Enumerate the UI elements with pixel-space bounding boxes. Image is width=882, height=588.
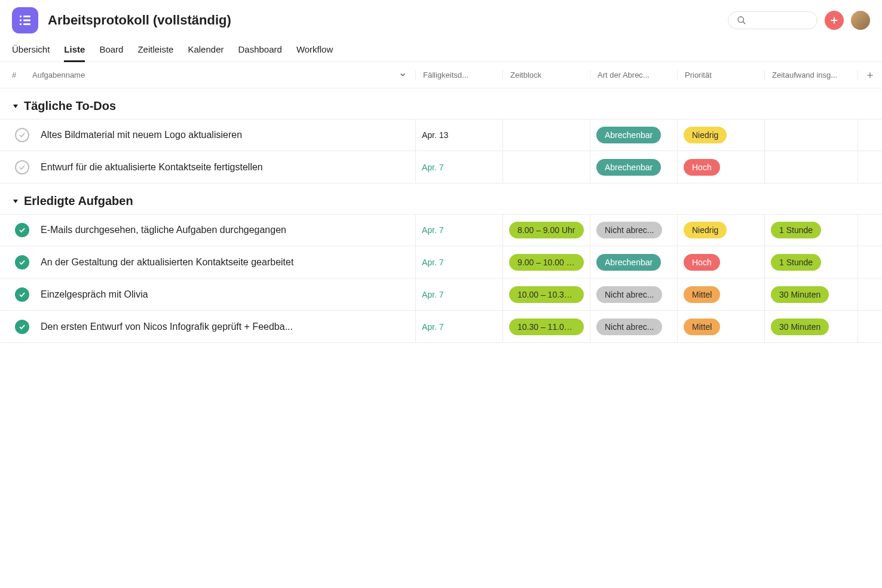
column-name[interactable]: Aufgabenname xyxy=(24,71,416,79)
time-spent-pill: 1 Stunde xyxy=(771,222,821,238)
task-block-cell[interactable]: 10.00 – 10.30 Uhr xyxy=(503,278,590,310)
task-type-cell[interactable]: Nicht abrec... xyxy=(590,215,678,246)
column-block[interactable]: Zeitblock xyxy=(503,71,590,79)
task-name[interactable]: Entwurf für die aktualisierte Kontaktsei… xyxy=(32,151,416,183)
column-due[interactable]: Fälligkeitsd... xyxy=(416,71,503,79)
task-due-cell[interactable]: Apr. 7 xyxy=(416,278,503,310)
timeblock-pill: 10.00 – 10.30 Uhr xyxy=(509,286,584,303)
task-time-cell[interactable] xyxy=(765,151,858,183)
task-row[interactable]: Altes Bildmaterial mit neuem Logo aktual… xyxy=(0,119,882,151)
svg-rect-1 xyxy=(23,16,30,17)
section-title: Tägliche To-Dos xyxy=(24,99,116,113)
task-complete-button[interactable] xyxy=(0,320,32,334)
time-spent-pill: 30 Minuten xyxy=(771,318,829,335)
project-title[interactable]: Arbeitsprotokoll (vollständig) xyxy=(48,13,718,28)
tab-calendar[interactable]: Kalender xyxy=(188,41,223,62)
project-list-icon xyxy=(12,7,38,33)
task-due-cell[interactable]: Apr. 7 xyxy=(416,311,503,342)
column-time[interactable]: Zeitaufwand insg... xyxy=(765,71,858,79)
tab-workflow[interactable]: Workflow xyxy=(296,41,333,62)
add-column-button[interactable] xyxy=(858,71,882,79)
check-icon xyxy=(18,163,26,172)
billing-type-pill: Nicht abrec... xyxy=(596,222,662,238)
task-priority-cell[interactable]: Hoch xyxy=(678,151,765,183)
task-type-cell[interactable]: Nicht abrec... xyxy=(590,311,678,342)
task-due-cell[interactable]: Apr. 7 xyxy=(416,215,503,246)
add-button[interactable] xyxy=(825,11,844,30)
tab-timeline[interactable]: Zeitleiste xyxy=(137,41,173,62)
task-name[interactable]: E-Mails durchgesehen, tägliche Aufgaben … xyxy=(32,215,416,246)
column-priority[interactable]: Priorität xyxy=(678,71,765,79)
svg-marker-12 xyxy=(13,105,18,108)
check-icon xyxy=(18,226,26,234)
task-due-cell[interactable]: Apr. 7 xyxy=(416,246,503,278)
task-type-cell[interactable]: Abrechenbar xyxy=(590,246,678,278)
timeblock-pill: 9.00 – 10.00 Uhr xyxy=(509,254,584,271)
svg-marker-13 xyxy=(13,200,18,203)
svg-rect-0 xyxy=(20,16,22,17)
task-complete-button[interactable] xyxy=(0,128,32,142)
avatar[interactable] xyxy=(851,11,870,30)
tab-overview[interactable]: Übersicht xyxy=(12,41,50,62)
billing-type-pill: Abrechenbar xyxy=(596,254,661,271)
task-time-cell[interactable]: 30 Minuten xyxy=(765,278,858,310)
task-name[interactable]: Den ersten Entwurf von Nicos Infografik … xyxy=(32,311,416,342)
check-icon xyxy=(18,131,26,139)
task-type-cell[interactable]: Abrechenbar xyxy=(590,151,678,183)
search-input[interactable] xyxy=(728,11,817,29)
task-complete-button[interactable] xyxy=(0,160,32,174)
task-row[interactable]: Den ersten Entwurf von Nicos Infografik … xyxy=(0,311,882,343)
tab-dashboard[interactable]: Dashboard xyxy=(238,41,281,62)
task-time-cell[interactable]: 1 Stunde xyxy=(765,215,858,246)
task-priority-cell[interactable]: Mittel xyxy=(678,311,765,342)
plus-icon xyxy=(829,16,839,25)
task-complete-button[interactable] xyxy=(0,255,32,270)
section-title: Erledigte Aufgaben xyxy=(24,194,133,208)
task-complete-button[interactable] xyxy=(0,223,32,237)
time-spent-pill: 1 Stunde xyxy=(771,254,821,271)
chevron-down-icon[interactable] xyxy=(400,71,406,79)
task-due-cell[interactable]: Apr. 7 xyxy=(416,151,503,183)
billing-type-pill: Abrechenbar xyxy=(596,159,661,176)
task-row[interactable]: E-Mails durchgesehen, tägliche Aufgaben … xyxy=(0,214,882,246)
task-block-cell[interactable]: 9.00 – 10.00 Uhr xyxy=(503,246,590,278)
task-time-cell[interactable]: 30 Minuten xyxy=(765,311,858,342)
column-type[interactable]: Art der Abrec... xyxy=(590,71,678,79)
tab-board[interactable]: Board xyxy=(99,41,123,62)
priority-pill: Mittel xyxy=(684,286,720,303)
task-block-cell[interactable] xyxy=(503,151,590,183)
task-priority-cell[interactable]: Niedrig xyxy=(678,215,765,246)
header: Arbeitsprotokoll (vollständig) xyxy=(0,0,882,33)
svg-rect-4 xyxy=(20,23,22,25)
task-row[interactable]: Entwurf für die aktualisierte Kontaktsei… xyxy=(0,151,882,183)
task-priority-cell[interactable]: Mittel xyxy=(678,278,765,310)
column-name-label: Aufgabenname xyxy=(32,71,85,79)
task-block-cell[interactable]: 10.30 – 11.00 Uhr xyxy=(503,311,590,342)
task-block-cell[interactable]: 8.00 – 9.00 Uhr xyxy=(503,215,590,246)
task-row[interactable]: An der Gestaltung der aktualisierten Kon… xyxy=(0,246,882,278)
search-icon xyxy=(737,16,746,25)
check-icon xyxy=(18,323,26,331)
task-name[interactable]: Altes Bildmaterial mit neuem Logo aktual… xyxy=(32,120,416,151)
task-complete-button[interactable] xyxy=(0,287,32,302)
svg-rect-5 xyxy=(23,23,30,25)
task-due-cell[interactable]: Apr. 13 xyxy=(416,120,503,151)
task-priority-cell[interactable]: Hoch xyxy=(678,246,765,278)
task-name[interactable]: An der Gestaltung der aktualisierten Kon… xyxy=(32,246,416,278)
task-time-cell[interactable]: 1 Stunde xyxy=(765,246,858,278)
due-date: Apr. 7 xyxy=(422,290,444,299)
task-block-cell[interactable] xyxy=(503,120,590,151)
task-row[interactable]: Einzelgespräch mit OliviaApr. 710.00 – 1… xyxy=(0,278,882,311)
task-type-cell[interactable]: Nicht abrec... xyxy=(590,278,678,310)
task-priority-cell[interactable]: Niedrig xyxy=(678,120,765,151)
tab-list[interactable]: Liste xyxy=(64,41,85,62)
section-header[interactable]: Erledigte Aufgaben xyxy=(0,183,882,214)
header-actions xyxy=(728,11,870,30)
section-header[interactable]: Tägliche To-Dos xyxy=(0,88,882,119)
time-spent-pill: 30 Minuten xyxy=(771,286,829,303)
due-date: Apr. 7 xyxy=(422,258,444,267)
task-type-cell[interactable]: Abrechenbar xyxy=(590,120,678,151)
task-time-cell[interactable] xyxy=(765,120,858,151)
task-name[interactable]: Einzelgespräch mit Olivia xyxy=(32,278,416,310)
priority-pill: Mittel xyxy=(684,318,720,335)
